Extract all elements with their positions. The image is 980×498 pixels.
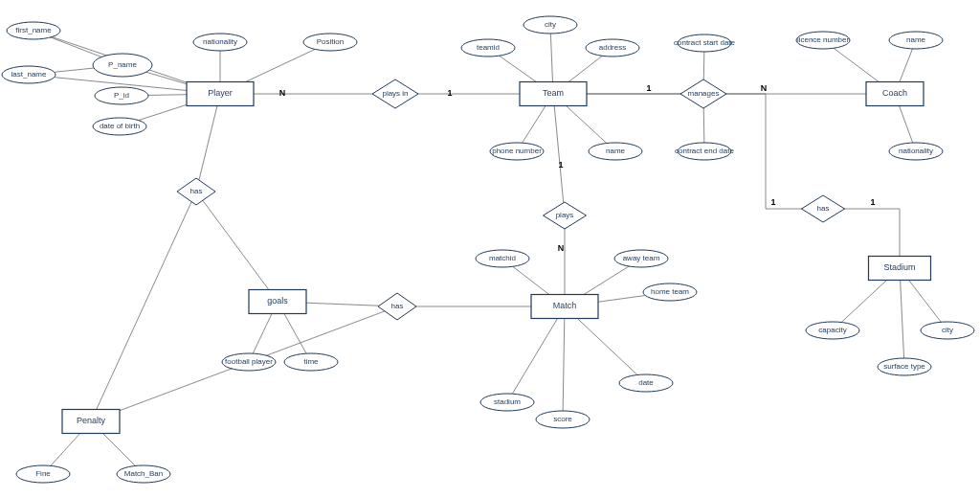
rel-label: manages xyxy=(688,89,720,98)
edge xyxy=(91,192,196,421)
card-plays_in_N: N xyxy=(279,88,286,98)
attr-label: name xyxy=(906,35,926,44)
attr-label: last_name xyxy=(11,70,47,79)
edge xyxy=(900,268,904,367)
rel-label: plays xyxy=(556,211,574,219)
rel-label: has xyxy=(190,187,203,195)
attr-label: contract end date xyxy=(675,147,734,155)
attr-label: surface type xyxy=(883,362,925,371)
attr-label: date xyxy=(638,378,654,387)
rel-label: has xyxy=(391,302,404,310)
edge xyxy=(196,192,278,302)
attr-label: contract start date xyxy=(674,38,736,47)
card-plays_in_1: 1 xyxy=(447,88,452,98)
card-has_ts_1a: 1 xyxy=(770,197,775,207)
card-manages_N: N xyxy=(761,83,768,93)
attr-label: name xyxy=(606,147,626,155)
entity-label: Coach xyxy=(882,88,907,98)
entity-label: Penalty xyxy=(77,416,106,425)
rel-label: has xyxy=(817,204,830,213)
attr-label: time xyxy=(303,357,319,366)
attr-label: nationality xyxy=(203,37,237,46)
attr-label: capacity xyxy=(818,326,846,334)
entity-label: Player xyxy=(208,88,233,98)
attr-label: home team xyxy=(651,287,689,296)
card-plays_N: N xyxy=(558,243,565,253)
edge xyxy=(823,209,900,257)
attr-label: city xyxy=(545,20,556,29)
rel-label: plays in xyxy=(382,89,408,98)
entity-label: Stadium xyxy=(883,262,915,272)
card-manages_1: 1 xyxy=(646,83,651,93)
attr-label: football player xyxy=(225,357,273,366)
card-plays_1: 1 xyxy=(558,160,563,170)
attr-label: date of birth xyxy=(100,122,140,130)
er-diagram-canvas: plays inmanageshasplayshashasPlayerTeamC… xyxy=(0,0,980,498)
entity-label: Team xyxy=(543,88,564,98)
edge xyxy=(196,94,220,192)
card-has_ts_1b: 1 xyxy=(870,197,875,207)
attr-label: nationality xyxy=(899,147,933,155)
attr-label: address xyxy=(599,43,626,52)
attr-label: stadium xyxy=(494,397,521,406)
attr-label: city xyxy=(942,326,953,334)
attr-label: Position xyxy=(317,37,344,46)
edge xyxy=(563,306,565,419)
attr-label: P_id xyxy=(114,91,129,100)
edge xyxy=(507,306,565,402)
attr-label: score xyxy=(553,415,572,423)
attr-label: first_name xyxy=(15,26,52,34)
attr-label: licence number xyxy=(797,35,850,44)
entity-label: Match xyxy=(553,301,577,310)
entity-label: goals xyxy=(267,296,288,306)
attr-label: P_name xyxy=(108,60,137,69)
edge xyxy=(553,94,565,215)
attr-label: away team xyxy=(623,254,660,262)
attr-label: Match_Ban xyxy=(124,469,163,478)
attr-label: matchid xyxy=(489,254,516,262)
attr-label: phone number xyxy=(492,147,542,155)
attr-label: teamid xyxy=(477,43,500,52)
attr-label: Fine xyxy=(35,469,51,478)
